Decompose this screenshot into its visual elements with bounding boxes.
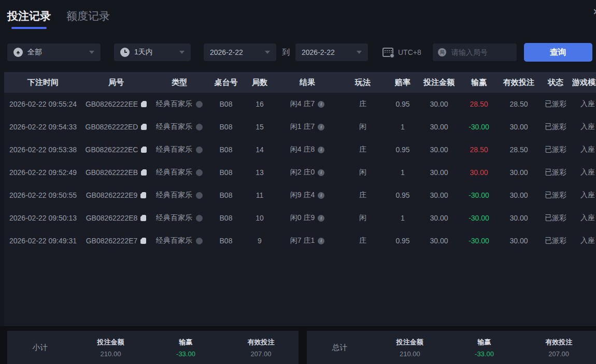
cell-bet-time: 2026-02-22 09:50:55	[4, 191, 82, 199]
query-button[interactable]: 查询	[524, 43, 592, 62]
date-from-select[interactable]: 2026-2-22	[204, 43, 276, 61]
cell-odds: 1	[387, 214, 419, 222]
info-icon[interactable]	[318, 101, 324, 108]
cell-odds: 1	[387, 168, 419, 177]
info-icon[interactable]	[318, 192, 324, 199]
cell-bet-time: 2026-02-22 09:50:13	[4, 214, 82, 222]
timezone-label: UTC+8	[398, 48, 421, 56]
cell-game-mode: 入座	[572, 236, 596, 245]
cell-win-loss: 30.00	[459, 168, 499, 177]
cell-win-loss: 28.50	[459, 145, 499, 154]
cell-round-no: 11	[244, 191, 276, 199]
active-tab-underline	[11, 27, 47, 29]
cell-round-no: 16	[244, 100, 276, 108]
copy-icon[interactable]	[140, 192, 146, 198]
cell-game-mode: 入座	[572, 213, 596, 223]
cell-bet-amount: 30.00	[419, 168, 459, 177]
cell-result: 闲4 庄7	[276, 99, 339, 109]
col-header-table-no: 桌台号	[208, 78, 244, 88]
table-row: 2026-02-22 09:50:13GB08262222E8经典百家乐B081…	[4, 207, 596, 229]
cell-odds: 0.95	[387, 145, 419, 154]
cell-valid-bet: 28.50	[499, 100, 539, 108]
cell-win-loss: -30.00	[459, 123, 499, 131]
game-badge-icon	[196, 147, 203, 153]
col-header-win-loss: 输赢	[459, 78, 499, 88]
game-type-select[interactable]: ♠ 全部	[7, 43, 101, 61]
cell-bet-time: 2026-02-22 09:55:24	[4, 100, 82, 108]
cell-table-no: B08	[208, 168, 244, 177]
time-range-value: 1天内	[134, 48, 153, 57]
cell-round-id: GB08262222E9	[82, 191, 150, 199]
cell-odds: 1	[387, 123, 419, 131]
cell-game-type: 经典百家乐	[150, 99, 208, 109]
round-search-input[interactable]	[450, 48, 512, 57]
col-header-status: 状态	[539, 78, 572, 88]
close-icon[interactable]: ×	[593, 6, 596, 18]
cell-bet-time: 2026-02-22 09:49:31	[4, 237, 82, 245]
cell-play: 闲	[339, 168, 387, 177]
date-to-label: 到	[276, 48, 295, 57]
game-type-value: 全部	[27, 48, 42, 57]
round-search-box[interactable]: 局	[433, 43, 517, 61]
cell-win-loss: 28.50	[459, 100, 499, 108]
cell-play: 庄	[339, 236, 387, 245]
info-icon[interactable]	[318, 147, 324, 153]
cell-play: 闲	[339, 122, 387, 132]
cell-play: 庄	[339, 145, 387, 154]
round-number-icon: 局	[438, 48, 446, 56]
subtotal-win-loss: 输赢 -33.00	[148, 338, 223, 358]
table-header-row: 下注时间局号类型桌台号局数结果玩法赔率投注金额输赢有效投注状态游戏模式	[4, 72, 596, 93]
date-to-select[interactable]: 2026-2-22	[295, 43, 368, 61]
cell-status: 已派彩	[539, 191, 572, 200]
copy-icon[interactable]	[140, 215, 146, 221]
info-icon[interactable]	[318, 238, 324, 244]
cell-win-loss: -30.00	[459, 237, 499, 245]
table-row: 2026-02-22 09:53:38GB08262222EC经典百家乐B081…	[4, 138, 596, 161]
info-icon[interactable]	[318, 215, 324, 222]
cell-round-id: GB08262222EC	[82, 145, 150, 154]
cell-round-no: 9	[244, 237, 276, 245]
copy-icon[interactable]	[141, 169, 147, 176]
cell-bet-time: 2026-02-22 09:52:49	[4, 168, 82, 177]
cell-play: 庄	[339, 99, 387, 109]
copy-icon[interactable]	[141, 124, 147, 130]
cell-game-type: 经典百家乐	[150, 236, 208, 245]
copy-icon[interactable]	[140, 238, 146, 244]
cell-result: 闲4 庄8	[276, 145, 339, 154]
col-header-odds: 赔率	[387, 78, 419, 88]
cell-bet-time: 2026-02-22 09:54:33	[4, 123, 82, 131]
clock-icon	[120, 48, 130, 57]
cell-table-no: B08	[208, 237, 244, 245]
cell-odds: 0.95	[387, 100, 419, 108]
total-win-loss: 输赢 -33.00	[447, 338, 522, 358]
cell-valid-bet: 30.00	[499, 123, 539, 131]
cell-valid-bet: 30.00	[499, 214, 539, 222]
tab-betting-records[interactable]: 投注记录	[7, 9, 51, 29]
cell-game-mode: 入座	[572, 191, 596, 200]
game-badge-icon	[196, 101, 203, 108]
cell-game-mode: 入座	[572, 145, 596, 154]
game-badge-icon	[196, 124, 203, 130]
total-label: 总计	[307, 343, 373, 353]
cell-valid-bet: 30.00	[499, 191, 539, 199]
subtotal-bet-amount: 投注金额 210.00	[73, 338, 148, 358]
cell-round-id: GB08262222EB	[82, 168, 150, 177]
info-icon[interactable]	[318, 169, 324, 176]
info-icon[interactable]	[318, 124, 324, 130]
tab-betting-records-label: 投注记录	[7, 10, 51, 22]
cell-round-id: GB08262222ED	[82, 123, 150, 131]
copy-icon[interactable]	[141, 147, 147, 153]
total-valid-bet: 有效投注 207.00	[521, 338, 596, 358]
copy-icon[interactable]	[141, 101, 147, 107]
cell-bet-amount: 30.00	[419, 191, 459, 199]
cell-round-no: 15	[244, 123, 276, 131]
cell-round-id: GB08262222E7	[82, 237, 150, 245]
timezone-indicator: UTC+8	[382, 48, 421, 57]
cell-result: 闲7 庄1	[276, 236, 339, 245]
col-header-result: 结果	[276, 78, 339, 88]
cell-table-no: B08	[208, 191, 244, 199]
cell-round-id: GB08262222EE	[82, 100, 150, 108]
time-range-select[interactable]: 1天内	[114, 43, 191, 61]
col-header-bet-time: 下注时间	[4, 78, 82, 88]
tab-quota-records[interactable]: 额度记录	[66, 9, 110, 23]
